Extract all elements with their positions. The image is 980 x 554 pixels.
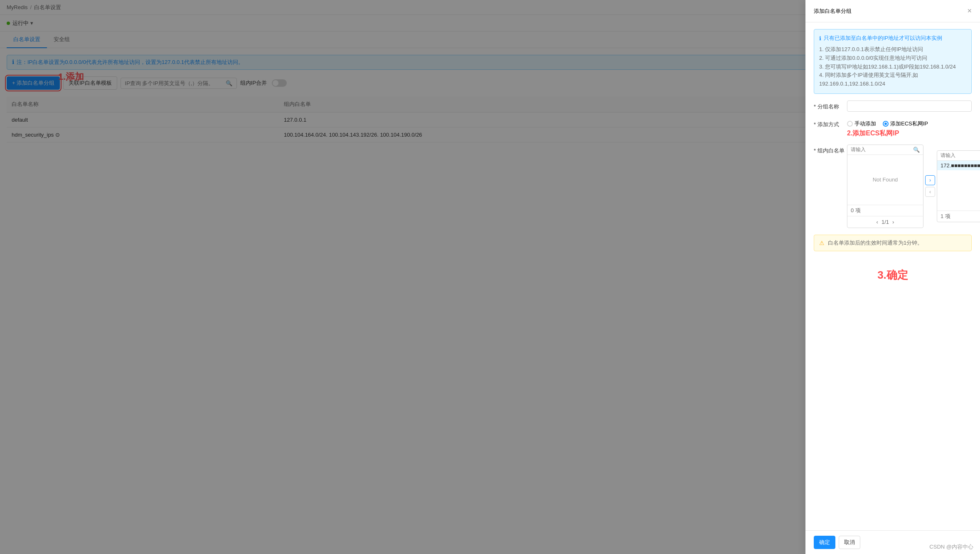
transfer-left-body: Not Found (847, 155, 923, 205)
info-item-3: 3. 您可填写IP地址如192.168.1.1)或IP段如192.168.1.0… (819, 63, 966, 71)
drawer-close-button[interactable]: × (967, 7, 972, 15)
info-item-1: 1. 仅添加127.0.0.1表示禁止任何IP地址访问 (819, 45, 966, 54)
next-page-button[interactable]: › (891, 218, 896, 226)
footer-brand: CSDN @内容中心 (929, 543, 973, 551)
transfer-left-panel: 🔍 Not Found 0 项 ‹ 1/1 › (847, 145, 923, 228)
confirm-button[interactable]: 确定 (814, 536, 835, 549)
drawer-panel: 添加白名单分组 × ℹ 只有已添加至白名单中的IP地址才可以访问本实例 1. 仅… (805, 0, 980, 554)
prev-page-button[interactable]: ‹ (875, 218, 880, 226)
transfer-arrows: › ‹ (925, 175, 935, 197)
drawer-header: 添加白名单分组 × (805, 0, 980, 22)
right-search-input[interactable] (941, 152, 980, 158)
transfer-right-body: 172.■■■■■■■■■■ VPC (937, 161, 980, 211)
transfer-right-item: 172.■■■■■■■■■■ VPC (937, 161, 980, 170)
left-search-input[interactable] (851, 147, 913, 152)
annotation-step2: 2.添加ECS私网IP (847, 129, 972, 138)
radio-ecs-circle (883, 121, 889, 127)
radio-manual-circle (847, 121, 853, 127)
transfer-item-ip: 172.■■■■■■■■■■ (941, 162, 980, 169)
warning-text: 白名单添加后的生效时间通常为1分钟。 (828, 239, 923, 247)
add-method-control: 手动添加 添加ECS私网IP 2.添加ECS私网IP (847, 118, 972, 138)
radio-group-method: 手动添加 添加ECS私网IP (847, 118, 972, 127)
transfer-container: 🔍 Not Found 0 项 ‹ 1/1 › (847, 145, 980, 228)
radio-ecs[interactable]: 添加ECS私网IP (883, 120, 928, 127)
drawer-title: 添加白名单分组 (814, 7, 852, 15)
transfer-right-panel: 🔍 172.■■■■■■■■■■ VPC 1 项 (937, 150, 980, 222)
radio-ecs-label: 添加ECS私网IP (890, 120, 928, 127)
transfer-right-footer: 1 项 (937, 211, 980, 222)
radio-manual-label: 手动添加 (854, 120, 876, 127)
info-item-2: 2. 可通过添加0.0.0.0/0实现任意地址均可访问 (819, 54, 966, 63)
whitelist-label: * 组内白名单 (814, 145, 847, 154)
drawer-body: ℹ 只有已添加至白名单中的IP地址才可以访问本实例 1. 仅添加127.0.0.… (805, 22, 980, 530)
transfer-right-search: 🔍 (937, 151, 980, 161)
warning-box: ⚠ 白名单添加后的生效时间通常为1分钟。 (814, 235, 972, 251)
group-name-label: * 分组名称 (814, 101, 847, 110)
transfer-right-arrow[interactable]: › (925, 175, 935, 185)
whitelist-control: 🔍 Not Found 0 项 ‹ 1/1 › (847, 145, 980, 228)
cancel-button[interactable]: 取消 (839, 536, 860, 549)
transfer-left-empty: Not Found (873, 176, 898, 183)
group-name-control (847, 101, 972, 112)
form-group-name: * 分组名称 (814, 101, 972, 112)
info-title: ℹ 只有已添加至白名单中的IP地址才可以访问本实例 (819, 34, 966, 42)
transfer-left-pagination: ‹ 1/1 › (847, 216, 923, 228)
left-search-icon[interactable]: 🔍 (913, 147, 920, 153)
transfer-left-footer: 0 项 (847, 205, 923, 216)
transfer-left-arrow[interactable]: ‹ (925, 187, 935, 197)
info-item-4: 4. 同时添加多个IP请使用英文逗号隔开,如192.169.0.1,192.16… (819, 71, 966, 88)
form-whitelist: * 组内白名单 🔍 Not Found (814, 145, 972, 228)
main-area: MyRedis / 白名单设置 运行中 ▾ 白名单设置 安全组 ℹ 注：IP白名… (0, 0, 980, 554)
info-box: ℹ 只有已添加至白名单中的IP地址才可以访问本实例 1. 仅添加127.0.0.… (814, 29, 972, 94)
annotation-step3: 3.确定 (814, 268, 972, 282)
add-method-label: * 添加方式 (814, 118, 847, 128)
form-add-method: * 添加方式 手动添加 添加ECS私网IP 2.添 (814, 118, 972, 138)
info-icon: ℹ (819, 35, 821, 42)
radio-manual[interactable]: 手动添加 (847, 120, 876, 127)
warning-icon: ⚠ (819, 240, 825, 246)
page-current: 1/1 (882, 219, 889, 225)
transfer-left-search: 🔍 (847, 145, 923, 155)
group-name-input[interactable] (847, 101, 972, 112)
